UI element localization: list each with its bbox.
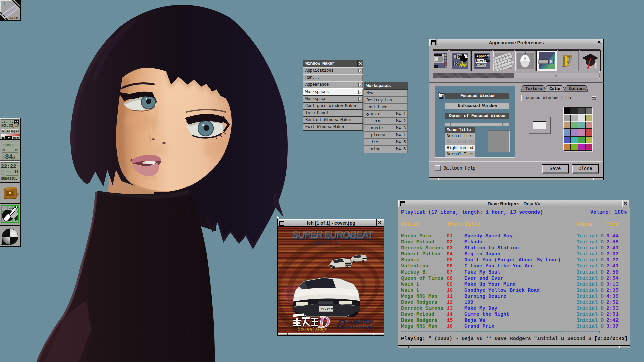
svg-text:Color: Color: [549, 86, 561, 92]
svg-text:main: main: [9, 16, 18, 20]
svg-text:73-212: 73-212: [320, 307, 333, 311]
svg-text:1: 1: [3, 2, 5, 7]
svg-text:Second Stage: Second Stage: [298, 326, 327, 332]
svg-text:SUPER EUROBEAT: SUPER EUROBEAT: [291, 229, 374, 240]
svg-text:SELECTION: SELECTION: [343, 324, 373, 330]
svg-text:presents: presents: [313, 240, 338, 245]
svg-text:Options: Options: [569, 86, 586, 92]
svg-text:Texture: Texture: [525, 86, 542, 92]
